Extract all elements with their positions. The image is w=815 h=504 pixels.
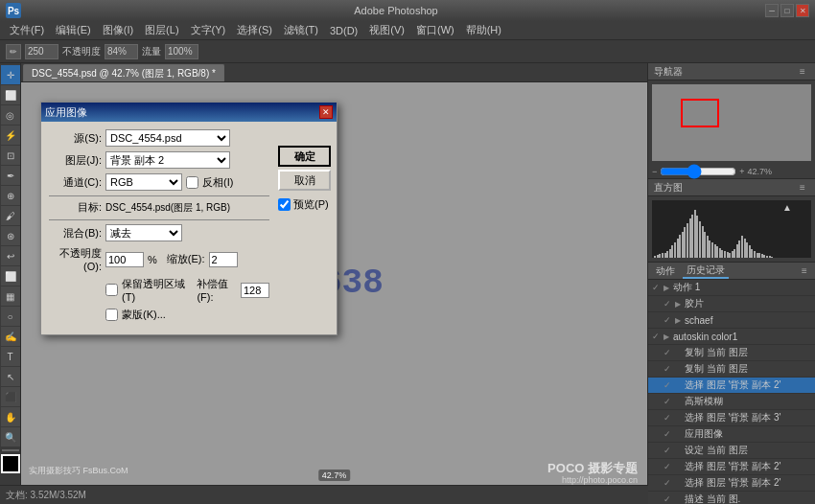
action-eye-icon[interactable]: ✓ <box>664 478 675 488</box>
layer-select[interactable]: 背景 副本 2 <box>105 151 230 169</box>
gradient-tool[interactable]: ▦ <box>1 286 20 306</box>
comp-input[interactable] <box>241 283 269 298</box>
action-eye-icon[interactable]: ✓ <box>664 348 675 357</box>
menu-filter[interactable]: 滤镜(T) <box>278 21 324 39</box>
dialog-close-button[interactable]: ✕ <box>319 105 333 119</box>
tab-actions[interactable]: 动作 <box>652 263 679 279</box>
nav-zoom-in-icon[interactable]: + <box>739 167 744 176</box>
type-tool[interactable]: T <box>1 347 20 366</box>
comp-label: 补偿值(F): <box>197 277 237 303</box>
move-tool[interactable]: ✛ <box>1 65 20 84</box>
action-item[interactable]: ✓应用图像 <box>648 426 815 443</box>
action-eye-icon[interactable]: ✓ <box>652 283 664 292</box>
actions-menu-icon[interactable]: ≡ <box>798 264 811 278</box>
action-eye-icon[interactable]: ✓ <box>664 429 675 439</box>
menu-window[interactable]: 窗口(W) <box>410 21 460 39</box>
menu-layer[interactable]: 图层(L) <box>139 21 184 39</box>
action-item[interactable]: ✓描述 当前 图. <box>648 492 815 504</box>
opacity-input[interactable] <box>105 44 138 59</box>
eyedropper-tool[interactable]: ✒ <box>1 166 20 185</box>
menu-3d[interactable]: 3D(D) <box>324 21 363 39</box>
action-label-text: 描述 当前 图. <box>685 493 811 504</box>
action-eye-icon[interactable]: ✓ <box>664 446 675 455</box>
navigator-header: 导航器 ≡ <box>648 63 815 80</box>
path-selection-tool[interactable]: ↖ <box>1 367 20 386</box>
hand-tool[interactable]: ✋ <box>1 407 20 426</box>
source-select[interactable]: DSC_4554.psd <box>105 129 230 147</box>
action-item[interactable]: ✓▶schaef <box>648 312 815 329</box>
history-actions-header: 动作 历史记录 ≡ <box>648 263 815 280</box>
dodge-tool[interactable]: ○ <box>1 307 20 326</box>
action-arrow-icon: ▶ <box>664 284 671 292</box>
offset-input[interactable] <box>209 252 238 267</box>
hist-menu-icon[interactable]: ≡ <box>796 181 809 195</box>
action-item[interactable]: ✓复制 当前 图层 <box>648 345 815 361</box>
action-item[interactable]: ✓▶胶片 <box>648 296 815 312</box>
navigator-red-box <box>681 99 719 127</box>
flow-input[interactable] <box>165 44 198 59</box>
magic-wand-tool[interactable]: ⚡ <box>1 126 20 145</box>
action-item[interactable]: ✓选择 图层 '背景 副本 3' <box>648 410 815 426</box>
active-tab[interactable]: DSC_4554.psd @ 42.7% (图层 1, RGB/8) * <box>23 64 224 81</box>
clone-stamp-tool[interactable]: ⊛ <box>1 226 20 245</box>
action-eye-icon[interactable]: ✓ <box>664 380 675 390</box>
history-actions-panel: 动作 历史记录 ≡ ✓▶动作 1✓▶胶片✓▶schaef✓▶autoskin c… <box>648 263 815 504</box>
menu-image[interactable]: 图像(I) <box>97 21 139 39</box>
action-eye-icon[interactable]: ✓ <box>652 332 664 341</box>
lasso-tool[interactable]: ◎ <box>1 105 20 125</box>
foreground-color[interactable] <box>1 454 20 473</box>
channel-select[interactable]: RGB <box>105 173 182 191</box>
dialog-cancel-button[interactable]: 取消 <box>278 170 331 191</box>
preserve-checkbox[interactable] <box>105 284 118 296</box>
zoom-tool[interactable]: 🔍 <box>1 427 20 447</box>
menu-help[interactable]: 帮助(H) <box>460 21 507 39</box>
menu-edit[interactable]: 编辑(E) <box>50 21 97 39</box>
brush-size-input[interactable] <box>25 44 58 59</box>
menu-file[interactable]: 文件(F) <box>4 21 50 39</box>
action-item[interactable]: ✓复制 当前 图层 <box>648 361 815 378</box>
action-item[interactable]: ✓高斯模糊 <box>648 394 815 410</box>
close-button[interactable]: ✕ <box>796 4 809 17</box>
blend-select[interactable]: 减去 <box>105 224 182 241</box>
nav-zoom-out-icon[interactable]: − <box>652 167 657 176</box>
canvas-area[interactable]: 631638 POCO 摄影专题 http://photo.poco.cn 实用… <box>21 82 647 485</box>
action-arrow-icon: ▶ <box>675 316 683 325</box>
action-eye-icon[interactable]: ✓ <box>664 462 675 471</box>
action-arrow-icon: ▶ <box>675 300 683 309</box>
action-item[interactable]: ✓选择 图层 '背景 副本 2' <box>648 459 815 475</box>
action-eye-icon[interactable]: ✓ <box>664 299 675 309</box>
spot-heal-tool[interactable]: ⊕ <box>1 186 20 205</box>
menu-select[interactable]: 选择(S) <box>231 21 278 39</box>
crop-tool[interactable]: ⊡ <box>1 146 20 165</box>
tab-history[interactable]: 历史记录 <box>683 263 729 279</box>
brush-tool[interactable]: 🖌 <box>1 206 20 225</box>
action-item[interactable]: ✓选择 图层 '背景 副本 2' <box>648 475 815 492</box>
action-eye-icon[interactable]: ✓ <box>664 413 675 423</box>
action-eye-icon[interactable]: ✓ <box>664 364 675 374</box>
invert-checkbox[interactable] <box>186 176 198 189</box>
action-item[interactable]: ✓设定 当前 图层 <box>648 443 815 459</box>
action-eye-icon[interactable]: ✓ <box>664 494 675 504</box>
maximize-button[interactable]: □ <box>780 4 794 17</box>
pen-tool[interactable]: ✍ <box>1 327 20 346</box>
action-item[interactable]: ✓▶动作 1 <box>648 280 815 296</box>
mask-checkbox[interactable] <box>105 309 118 321</box>
nav-zoom-slider[interactable] <box>660 168 736 175</box>
menu-type[interactable]: 文字(Y) <box>185 21 232 39</box>
dialog-ok-button[interactable]: 确定 <box>278 146 331 167</box>
shape-tool[interactable]: ⬛ <box>1 387 20 406</box>
dialog-source-row: 源(S): DSC_4554.psd <box>49 129 269 147</box>
selection-tool[interactable]: ⬜ <box>1 85 20 104</box>
action-item[interactable]: ✓▶autoskin color1 <box>648 329 815 345</box>
eraser-tool[interactable]: ⬜ <box>1 266 20 286</box>
preview-checkbox[interactable] <box>278 198 291 211</box>
history-brush-tool[interactable]: ↩ <box>1 246 20 265</box>
minimize-button[interactable]: ─ <box>765 4 779 17</box>
action-eye-icon[interactable]: ✓ <box>664 315 675 325</box>
watermark-fsbus: 实用摄影技巧 FsBus.CoM <box>29 465 128 477</box>
dialog-opacity-input[interactable] <box>105 252 144 267</box>
menu-view[interactable]: 视图(V) <box>363 21 410 39</box>
nav-menu-icon[interactable]: ≡ <box>796 65 809 79</box>
action-item[interactable]: ✓选择 图层 '背景 副本 2' <box>648 378 815 394</box>
action-eye-icon[interactable]: ✓ <box>664 397 675 406</box>
